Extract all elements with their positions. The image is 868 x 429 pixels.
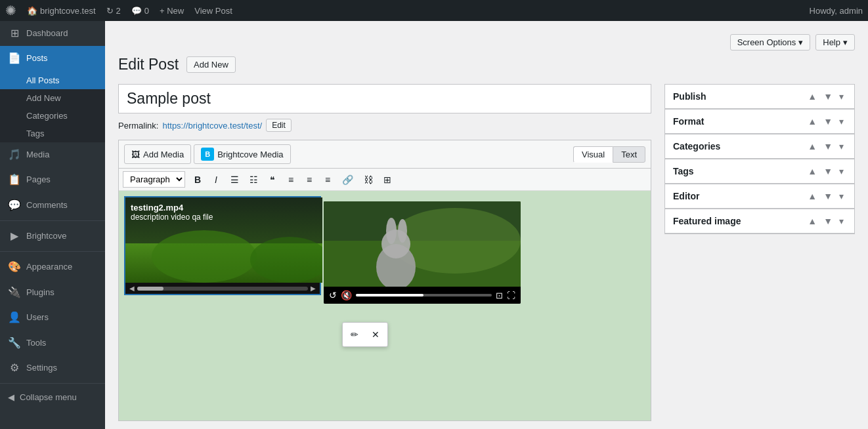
sidebar-item-label: Pages bbox=[26, 174, 51, 186]
sidebar-item-dashboard[interactable]: ⊞ Dashboard bbox=[0, 21, 105, 46]
popup-edit-button[interactable]: ✏ bbox=[345, 325, 364, 344]
tags-meta-box-header[interactable]: Tags ▲ ▼ ▾ bbox=[665, 159, 854, 184]
format-toolbar: Paragraph B I ☰ ☷ ❝ bbox=[119, 169, 651, 191]
categories-up-button[interactable]: ▲ bbox=[805, 140, 819, 153]
media-player-block[interactable]: ↺ 🔇 ⊡ ⛶ bbox=[324, 201, 521, 304]
tags-meta-box: Tags ▲ ▼ ▾ bbox=[664, 159, 855, 184]
align-center-button[interactable]: ≡ bbox=[301, 172, 318, 188]
sidebar-item-posts[interactable]: 📄 Posts bbox=[0, 46, 105, 71]
categories-meta-box-header[interactable]: Categories ▲ ▼ ▾ bbox=[665, 134, 854, 159]
format-meta-box-header[interactable]: Format ▲ ▼ ▾ bbox=[665, 110, 854, 134]
editor-meta-box-controls: ▲ ▼ ▾ bbox=[805, 190, 846, 203]
scroll-left-icon[interactable]: ◀ bbox=[129, 285, 135, 292]
ul-button[interactable]: ☰ bbox=[226, 172, 244, 188]
tags-up-button[interactable]: ▲ bbox=[805, 165, 819, 178]
tags-down-button[interactable]: ▼ bbox=[821, 165, 835, 178]
screen-options-button[interactable]: Screen Options ▾ bbox=[730, 34, 811, 51]
progress-fill bbox=[356, 294, 424, 296]
align-right-button[interactable]: ≡ bbox=[319, 172, 336, 188]
wp-logo-icon[interactable]: ✺ bbox=[5, 3, 16, 18]
editor-toggle-button[interactable]: ▾ bbox=[836, 190, 846, 203]
editor-up-button[interactable]: ▲ bbox=[805, 190, 819, 203]
video-block-1[interactable]: testing2.mp4 description video qa file ▶… bbox=[124, 196, 321, 295]
pages-icon: 📋 bbox=[8, 173, 21, 187]
link-button[interactable]: 🔗 bbox=[337, 172, 358, 188]
featured-image-meta-box-header[interactable]: Featured image ▲ ▼ ▾ bbox=[665, 209, 854, 234]
categories-down-button[interactable]: ▼ bbox=[821, 140, 835, 153]
blockquote-button[interactable]: ❝ bbox=[264, 172, 281, 188]
featured-image-up-button[interactable]: ▲ bbox=[805, 214, 819, 228]
format-down-button[interactable]: ▼ bbox=[821, 115, 835, 128]
popup-close-button[interactable]: ✕ bbox=[366, 325, 385, 344]
sidebar-item-media[interactable]: 🎵 Media bbox=[0, 142, 105, 167]
add-new-button[interactable]: Add New bbox=[186, 56, 236, 73]
replay-button[interactable]: ↺ bbox=[329, 290, 337, 300]
collapse-menu-button[interactable]: ◀ Collapse menu bbox=[0, 386, 105, 409]
scroll-right-icon[interactable]: ▶ bbox=[311, 285, 316, 292]
view-post-link[interactable]: View Post bbox=[194, 6, 232, 16]
italic-button[interactable]: I bbox=[207, 172, 225, 188]
align-left-button[interactable]: ≡ bbox=[282, 172, 299, 188]
screen-options-arrow-icon: ▾ bbox=[798, 37, 803, 47]
ol-button[interactable]: ☷ bbox=[245, 172, 263, 188]
sidebar-sub-categories[interactable]: Categories bbox=[0, 107, 105, 125]
publish-meta-box: Publish ▲ ▼ ▾ bbox=[664, 84, 855, 109]
page-header: Edit Post Add New bbox=[118, 56, 855, 73]
sidebar-item-users[interactable]: 👤 Users bbox=[0, 305, 105, 330]
fullscreen-icon[interactable]: ⛶ bbox=[507, 291, 515, 300]
brightcove-media-button[interactable]: B Brightcove Media bbox=[194, 144, 290, 164]
updates-link[interactable]: ↻ 2 bbox=[106, 6, 121, 16]
unlink-button[interactable]: ⛓ bbox=[359, 172, 378, 188]
publish-down-button[interactable]: ▼ bbox=[821, 90, 835, 103]
add-media-button[interactable]: 🖼 Add Media bbox=[124, 144, 191, 164]
sidebar-sub-tags[interactable]: Tags bbox=[0, 125, 105, 142]
tools-icon: 🔧 bbox=[8, 336, 21, 350]
sidebar-item-label: Comments bbox=[26, 199, 68, 211]
sidebar-item-brightcove[interactable]: ▶ Brightcove bbox=[0, 224, 105, 249]
mute-button[interactable]: 🔇 bbox=[341, 290, 352, 300]
editor-media-buttons: 🖼 Add Media B Brightcove Media bbox=[124, 144, 291, 164]
blockquote-icon: ❝ bbox=[270, 174, 275, 185]
help-button[interactable]: Help ▾ bbox=[815, 34, 855, 51]
tags-toggle-button[interactable]: ▾ bbox=[836, 165, 846, 178]
categories-toggle-button[interactable]: ▾ bbox=[836, 140, 846, 153]
tags-meta-box-controls: ▲ ▼ ▾ bbox=[805, 165, 846, 178]
sidebar-item-comments[interactable]: 💬 Comments bbox=[0, 193, 105, 218]
editor-content[interactable]: testing2.mp4 description video qa file ▶… bbox=[119, 191, 651, 420]
text-tab-button[interactable]: Text bbox=[613, 146, 645, 163]
pip-icon[interactable]: ⊡ bbox=[496, 291, 503, 300]
site-name[interactable]: 🏠 brightcove.test bbox=[27, 6, 96, 16]
permalink-link[interactable]: https://brightcove.test/test/ bbox=[162, 121, 262, 131]
editor-meta-box-header[interactable]: Editor ▲ ▼ ▾ bbox=[665, 184, 854, 209]
sidebar-item-appearance[interactable]: 🎨 Appearance bbox=[0, 255, 105, 279]
progress-bar[interactable] bbox=[356, 294, 492, 296]
table-icon: ⊞ bbox=[383, 174, 391, 185]
new-post-link[interactable]: + New bbox=[160, 6, 184, 16]
featured-image-down-button[interactable]: ▼ bbox=[821, 214, 835, 228]
menu-divider-3 bbox=[0, 383, 105, 384]
post-title-input[interactable] bbox=[118, 84, 651, 113]
permalink-edit-button[interactable]: Edit bbox=[266, 119, 292, 132]
publish-meta-box-header[interactable]: Publish ▲ ▼ ▾ bbox=[665, 85, 854, 109]
paragraph-select[interactable]: Paragraph bbox=[123, 171, 185, 188]
scrollbar-track[interactable] bbox=[137, 287, 308, 291]
featured-image-toggle-button[interactable]: ▾ bbox=[836, 214, 846, 228]
sidebar-menu: ⊞ Dashboard 📄 Posts All Posts Add New Ca… bbox=[0, 21, 105, 409]
sidebar-item-settings[interactable]: ⚙ Settings bbox=[0, 356, 105, 380]
editor-down-button[interactable]: ▼ bbox=[821, 190, 835, 203]
format-toggle-button[interactable]: ▾ bbox=[836, 115, 846, 128]
format-up-button[interactable]: ▲ bbox=[805, 115, 819, 128]
sidebar-item-label: Tools bbox=[26, 337, 46, 349]
sidebar-sub-all-posts[interactable]: All Posts bbox=[0, 72, 105, 89]
bold-button[interactable]: B bbox=[189, 172, 206, 188]
publish-up-button[interactable]: ▲ bbox=[805, 90, 819, 103]
visual-tab-button[interactable]: Visual bbox=[573, 146, 613, 163]
posts-icon: 📄 bbox=[8, 51, 21, 66]
sidebar-item-tools[interactable]: 🔧 Tools bbox=[0, 331, 105, 356]
sidebar-sub-add-new[interactable]: Add New bbox=[0, 89, 105, 107]
table-button[interactable]: ⊞ bbox=[379, 172, 396, 188]
sidebar-item-pages[interactable]: 📋 Pages bbox=[0, 167, 105, 192]
publish-toggle-button[interactable]: ▾ bbox=[836, 90, 846, 103]
sidebar-item-plugins[interactable]: 🔌 Plugins bbox=[0, 280, 105, 305]
comments-link[interactable]: 💬 0 bbox=[131, 6, 149, 16]
